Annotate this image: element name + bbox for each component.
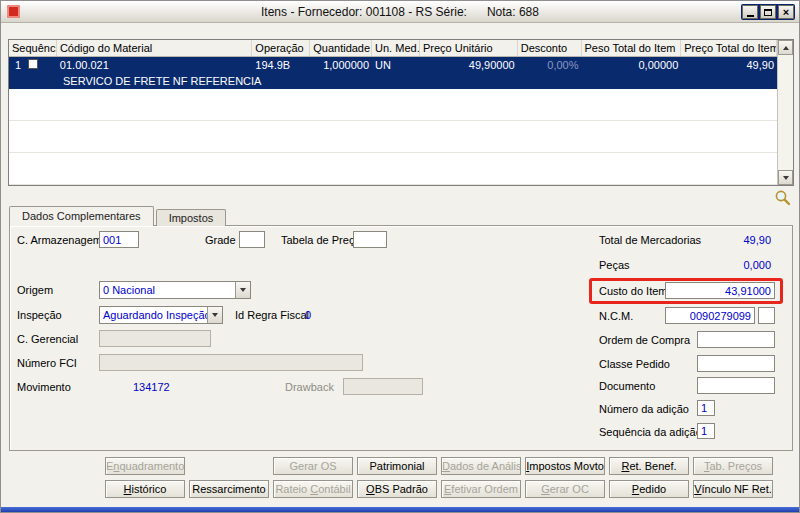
c-gerencial-label: C. Gerencial	[17, 333, 78, 345]
title-bar[interactable]: Itens - Fornecedor: 001108 - RS Série: N…	[1, 1, 799, 23]
button-ressarcimento[interactable]: Ressarcimento	[189, 480, 269, 498]
grid-column-header-sequencia[interactable]: Sequência	[9, 40, 57, 56]
maximize-icon	[764, 9, 772, 16]
drawback-label: Drawback	[285, 381, 334, 393]
classe-pedido-input[interactable]	[697, 355, 775, 372]
scroll-down-button[interactable]	[778, 170, 793, 185]
close-button[interactable]: ×	[778, 5, 794, 19]
grid-column-header-peso-total-do-item[interactable]: Peso Total do Item	[582, 40, 682, 56]
grid-cell-preco-total-item: 49,90	[681, 57, 777, 73]
button-efetivar-ordem[interactable]: Efetivar Ordem	[441, 480, 521, 498]
ncm-extra-input[interactable]	[758, 307, 775, 324]
numero-adicao-input[interactable]	[697, 400, 715, 416]
grid-column-header-quantidade[interactable]: Quantidade	[310, 40, 372, 56]
origem-dropdown-arrow-icon	[235, 282, 250, 298]
grid-column-header-desconto[interactable]: Desconto	[518, 40, 582, 56]
button-gerar-oc[interactable]: Gerar OC	[525, 480, 605, 498]
items-grid: SequênciaCódigo do MaterialOperaçãoQuant…	[8, 39, 794, 186]
button-obs-padrao[interactable]: OBS Padrão	[357, 480, 437, 498]
inspecao-select[interactable]: Aguardando Inspeção	[99, 306, 223, 324]
pecas-label: Peças	[599, 259, 630, 271]
grid-row[interactable]: 101.00.021194.9B1,000000UN49,900000,00%0…	[9, 57, 777, 73]
grid-column-header-un-med[interactable]: Un. Med.	[372, 40, 420, 56]
grid-cell-operacao: 194.9B	[252, 57, 310, 73]
tab-impostos[interactable]: Impostos	[156, 209, 227, 226]
itens-window: Itens - Fornecedor: 001108 - RS Série: N…	[0, 0, 800, 513]
row-checkbox[interactable]	[28, 59, 38, 69]
grid-cell-desconto: 0,00%	[518, 57, 582, 73]
button-rateio-contabil[interactable]: Rateio Contábil	[273, 480, 353, 498]
documento-input[interactable]	[697, 377, 775, 394]
tabela-preco-input[interactable]	[353, 231, 387, 248]
pecas-value: 0,000	[691, 259, 771, 271]
button-tab-precos[interactable]: Tab. Preços	[693, 457, 773, 475]
id-regra-fiscal-label: Id Regra Fiscal	[235, 309, 309, 321]
grid-empty-row	[9, 121, 777, 153]
ordem-compra-label: Ordem de Compra	[599, 334, 690, 346]
button-ret-benef[interactable]: Ret. Benef.	[609, 457, 689, 475]
c-gerencial-input	[99, 330, 211, 347]
grid-scrollbar[interactable]	[777, 40, 793, 185]
custo-item-input[interactable]	[665, 282, 775, 299]
app-icon	[7, 5, 20, 18]
tabela-preco-label: Tabela de Preço	[281, 234, 361, 246]
button-vinculo-nf-ret[interactable]: Vínculo NF Ret.	[693, 480, 773, 498]
custo-item-label: Custo do Item	[599, 285, 667, 297]
button-impostos-movto[interactable]: Impostos Movto	[525, 457, 605, 475]
documento-label: Documento	[599, 380, 655, 392]
close-icon: ×	[783, 7, 789, 18]
button-gerar-os[interactable]: Gerar OS	[273, 457, 353, 475]
origem-value: 0 Nacional	[100, 284, 235, 296]
maximize-button[interactable]	[760, 5, 776, 19]
origem-select[interactable]: 0 Nacional	[99, 281, 251, 299]
ncm-label: N.C.M.	[599, 310, 633, 322]
id-regra-fiscal-value: 0	[305, 309, 311, 321]
zoom-magnifier-icon[interactable]	[774, 189, 792, 207]
window-title: Itens - Fornecedor: 001108 - RS Série: N…	[1, 5, 799, 19]
grid-body: 101.00.021194.9B1,000000UN49,900000,00%0…	[9, 57, 777, 185]
button-pedido[interactable]: Pedido	[609, 480, 689, 498]
row-sequence-number: 1	[9, 59, 21, 71]
scroll-up-button[interactable]	[778, 40, 793, 55]
grid-cell-un-med: UN	[372, 57, 420, 73]
grid-empty-row	[9, 153, 777, 185]
grid-cell-quantidade: 1,000000	[310, 57, 372, 73]
origem-label: Origem	[17, 284, 53, 296]
numero-adicao-label: Número da adição	[599, 403, 689, 415]
scroll-track[interactable]	[778, 55, 793, 170]
button-historico[interactable]: Histórico	[105, 480, 185, 498]
c-armazenagem-label: C. Armazenagem	[17, 234, 102, 246]
c-armazenagem-input[interactable]	[99, 231, 139, 248]
sequencia-adicao-label: Sequência da adição	[599, 426, 702, 438]
button-enquadramento[interactable]: Enquadramento	[105, 457, 185, 475]
tab-strip: Dados ComplementaresImpostos	[9, 206, 228, 226]
inspecao-dropdown-arrow-icon	[207, 307, 222, 323]
grid-column-header-operacao[interactable]: Operação	[252, 40, 310, 56]
grid-column-header-preco-total-do-item[interactable]: Preço Total do Item	[681, 40, 777, 56]
grid-column-header-codigo-do-material[interactable]: Código do Material	[57, 40, 252, 56]
grid-row-description[interactable]: SERVICO DE FRETE NF REFERENCIA	[9, 73, 777, 89]
grid-cell-codigo-material: 01.00.021	[57, 57, 252, 73]
button-dados-de-analise[interactable]: Dados de Análise	[441, 457, 521, 475]
total-mercadorias-label: Total de Mercadorias	[599, 234, 701, 246]
grid-empty-row	[9, 89, 777, 121]
total-mercadorias-value: 49,90	[691, 234, 771, 246]
grid-column-header-preco-unitario[interactable]: Preço Unitário	[420, 40, 518, 56]
grid-cell-peso-total-item: 0,00000	[582, 57, 682, 73]
window-bottom-border	[1, 507, 799, 512]
window-controls: ×	[741, 4, 795, 20]
ordem-compra-input[interactable]	[697, 331, 775, 348]
minimize-icon	[747, 15, 754, 17]
ncm-input[interactable]	[665, 307, 755, 324]
grid-cell-sequencia: 1	[9, 57, 57, 73]
grade-label: Grade	[205, 234, 236, 246]
tab-dados-complementares[interactable]: Dados Complementares	[9, 206, 154, 226]
button-patrimonial[interactable]: Patrimonial	[357, 457, 437, 475]
drawback-input	[343, 378, 423, 395]
minimize-button[interactable]	[742, 5, 758, 19]
grade-input[interactable]	[239, 231, 265, 248]
sequencia-adicao-input[interactable]	[697, 423, 715, 439]
inspecao-label: Inspeção	[17, 309, 62, 321]
movimento-value: 134172	[133, 381, 170, 393]
arrow-up-icon	[783, 46, 789, 50]
